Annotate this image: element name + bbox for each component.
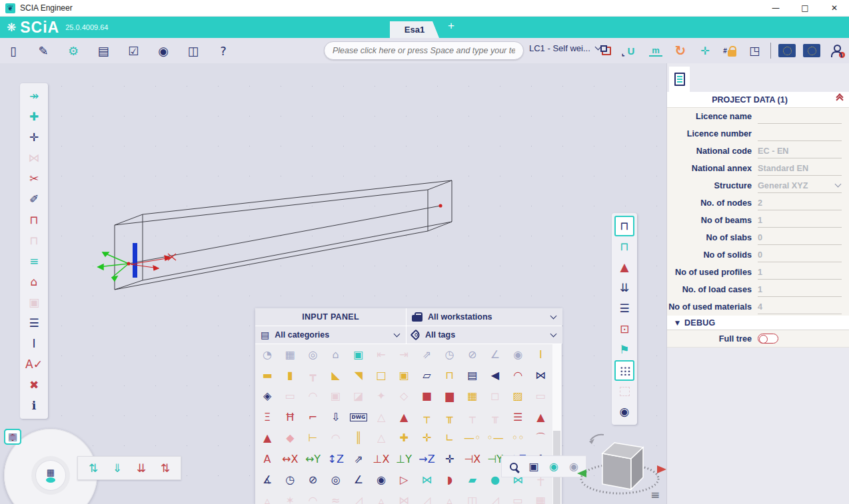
dimension-y-icon[interactable]: ⇥ — [393, 344, 415, 365]
refresh-icon[interactable]: ↻ — [672, 42, 689, 59]
double-column-icon[interactable]: ║ — [347, 428, 370, 449]
buildings-workstation-icon[interactable]: ▤ — [4, 429, 21, 445]
shell2-icon[interactable]: ⋈ — [529, 365, 552, 385]
circular-grid-icon[interactable]: ◎ — [301, 344, 324, 365]
multicopy-icon[interactable]: ✛ — [24, 127, 44, 148]
spiral-icon[interactable]: ◉ — [506, 344, 529, 365]
curve-icon[interactable]: ⌒ — [529, 428, 552, 449]
layers-icon[interactable]: ☰ — [24, 313, 44, 334]
structure-frame-icon[interactable]: ⌂ — [24, 272, 44, 292]
coord-x-icon[interactable]: ⊥X — [370, 449, 393, 469]
cross-member-icon[interactable]: ✚ — [393, 428, 415, 449]
more-icon[interactable]: ⋈ — [393, 491, 415, 504]
beam-icon[interactable]: ▬ — [256, 365, 279, 385]
stack-icon[interactable]: ☰ — [506, 407, 529, 427]
more-icon[interactable]: ◫ — [461, 491, 484, 504]
move-icon[interactable]: ↠ — [24, 86, 44, 107]
column-icon[interactable]: ▮ — [279, 365, 301, 385]
property-value[interactable] — [758, 126, 842, 141]
property-value[interactable]: General XYZ — [758, 178, 842, 193]
trim-icon[interactable]: ✂ — [24, 168, 44, 189]
more-icon[interactable]: ▦ — [529, 491, 552, 504]
shell-icon[interactable]: ◠ — [506, 365, 529, 385]
pad-fringe-icon[interactable]: ◆ — [279, 428, 301, 449]
frame-icon[interactable]: ⊓ — [438, 365, 461, 385]
search-input[interactable] — [333, 46, 515, 55]
delete-table-icon[interactable]: ✖ — [24, 375, 44, 395]
ring-icon[interactable]: ◎ — [325, 469, 347, 490]
dimension-diagonal-icon[interactable]: ⇗ — [415, 344, 438, 365]
mirror-icon[interactable]: ⋈ — [24, 148, 44, 168]
more-icon[interactable]: ▭ — [506, 491, 529, 504]
wheel-center-icon[interactable]: ▦ — [36, 461, 65, 490]
frame-faded-icon[interactable]: ⊓ — [24, 230, 44, 251]
more-icon[interactable]: ◿ — [484, 491, 506, 504]
property-value[interactable]: 2 — [758, 196, 842, 210]
diameter-icon[interactable]: ⊘ — [301, 469, 324, 490]
maximize-button[interactable]: □ — [790, 0, 820, 16]
rib-icon[interactable]: ▨ — [506, 386, 529, 407]
pipe-joint-icon[interactable]: —◦ — [461, 428, 484, 449]
arc-angle-icon[interactable]: ∠ — [347, 469, 370, 490]
column-head-icon[interactable]: ┳ — [301, 365, 324, 385]
eu-code-button[interactable] — [778, 42, 796, 59]
database-icon[interactable]: ☰ — [614, 298, 634, 319]
new-tab-button[interactable]: + — [445, 19, 457, 33]
dim-line-icon[interactable]: ⇗ — [347, 449, 370, 469]
load-list-icon[interactable]: ⇓ — [109, 459, 126, 477]
arch-faded-icon[interactable]: ◠ — [325, 428, 347, 449]
view-direction-icon[interactable]: ◉ — [546, 459, 562, 475]
property-value[interactable]: 1 — [758, 282, 842, 297]
project-data-tab[interactable] — [669, 67, 690, 92]
property-value[interactable]: 0 — [758, 248, 842, 262]
corbel-icon[interactable]: ⊢ — [301, 428, 324, 449]
more-icon[interactable]: ▵ — [370, 491, 393, 504]
minimize-button[interactable]: — — [761, 0, 790, 16]
dim-y-icon[interactable]: ↔Y — [301, 449, 324, 469]
pipe-joint2-icon[interactable]: ◦— — [484, 428, 506, 449]
property-value[interactable]: Standard EN — [758, 161, 842, 176]
selection-rectangle-icon[interactable] — [598, 42, 615, 59]
project-tab-esa1[interactable]: Esa1 — [390, 21, 439, 38]
documentation-icon[interactable]: ◫ — [185, 42, 201, 59]
visibility-icon[interactable]: ◉ — [614, 401, 634, 422]
help-icon[interactable]: ? — [215, 42, 231, 59]
haunch-icon[interactable]: ◣ — [325, 365, 347, 385]
tags-dropdown[interactable]: All tags — [407, 326, 562, 344]
user-account-icon[interactable]: ✕ — [828, 42, 845, 59]
load-arrows-icon[interactable]: ⇅ — [85, 459, 102, 477]
ucs-icon[interactable]: U — [622, 42, 640, 59]
settings-tools-icon[interactable]: ⚙ — [65, 42, 81, 59]
shell-surface-icon[interactable]: ⋈ — [415, 469, 438, 490]
prism-icon[interactable]: ◇ — [393, 386, 415, 407]
double-ring-icon[interactable]: ◦◦ — [506, 428, 529, 449]
more-icon[interactable]: ◠ — [301, 491, 324, 504]
angle-dimension-icon[interactable]: ∠ — [484, 344, 506, 365]
load-combo-icon[interactable]: ⇅ — [157, 459, 174, 477]
spiral2-icon[interactable]: ◉ — [370, 469, 393, 490]
axes-rotate-icon[interactable]: ✛ — [438, 449, 461, 469]
predefined-shape-icon[interactable]: ◈ — [256, 386, 279, 407]
opening-icon[interactable]: □ — [370, 365, 393, 385]
more-icon[interactable]: ◿ — [415, 491, 438, 504]
table-support-icon[interactable]: ┬ — [415, 407, 438, 427]
circle-dimension-icon[interactable]: ⊘ — [461, 344, 484, 365]
dim-x-icon[interactable]: ↔X — [279, 449, 301, 469]
property-value[interactable] — [758, 109, 842, 124]
coordinates-info-icon[interactable]: ℹ — [24, 395, 44, 416]
select-check-icon[interactable]: ▣ — [24, 292, 44, 313]
clock-icon[interactable]: ◷ — [279, 469, 301, 490]
collapse-panel-icon[interactable] — [832, 97, 847, 103]
property-value[interactable]: EC - EN — [758, 144, 842, 158]
slab-cut-icon[interactable]: ◪ — [347, 386, 370, 407]
debug-section-header[interactable]: ▼ DEBUG — [667, 316, 849, 330]
input-panel-scrollbar[interactable] — [552, 344, 561, 504]
selection-mode-icon[interactable] — [614, 381, 634, 401]
load-case-selector[interactable]: LC1 - Self wei... — [529, 43, 600, 53]
grid-dim-x-icon[interactable]: ⊣X — [461, 449, 484, 469]
axonometric-view-icon[interactable]: ▣ — [526, 459, 542, 475]
polygon-icon[interactable]: ▷ — [393, 469, 415, 490]
property-value[interactable]: 0 — [758, 230, 842, 245]
view-settings-icon[interactable]: ◉ — [155, 42, 171, 59]
workstations-dropdown[interactable]: All workstations — [407, 308, 562, 326]
